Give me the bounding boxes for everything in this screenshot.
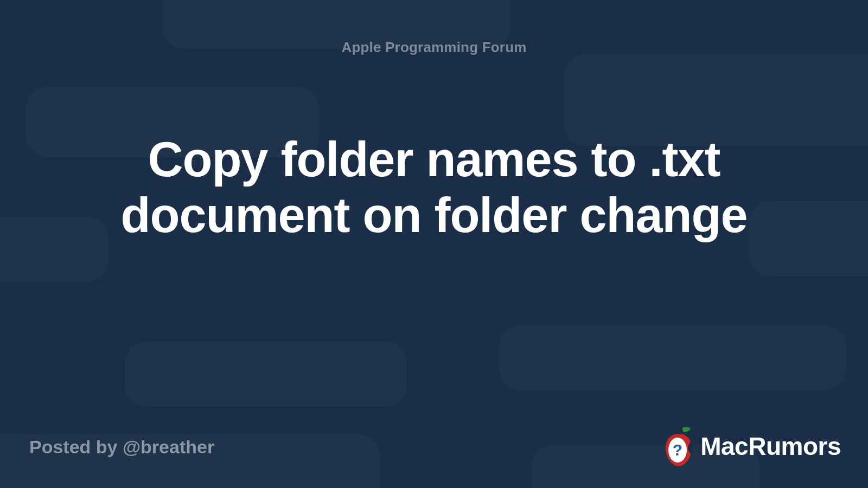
post-title: Copy folder names to .txt document on fo… [81,132,787,243]
forum-category-label: Apple Programming Forum [341,39,526,56]
site-logo: ? MacRumors [660,425,841,467]
posted-by-label: Posted by @breather [29,436,214,458]
macrumors-apple-icon: ? [660,425,697,467]
brand-name: MacRumors [700,432,841,461]
svg-text:?: ? [673,441,682,459]
share-card: Apple Programming Forum Copy folder name… [0,0,868,488]
